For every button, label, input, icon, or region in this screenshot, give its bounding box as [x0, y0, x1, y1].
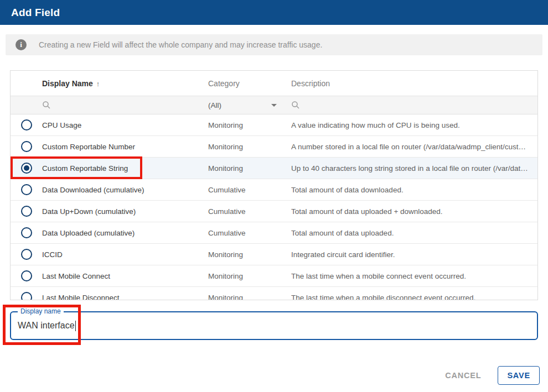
info-icon: i [15, 39, 27, 50]
table-filter-row: (All) [11, 96, 537, 114]
search-icon [291, 101, 300, 109]
field-description: Up to 40 characters long string stored i… [291, 164, 537, 173]
field-category: Monitoring [208, 121, 291, 129]
radio-button[interactable] [21, 270, 32, 281]
field-category: Cumulative [208, 229, 291, 237]
dialog-title: Add Field [11, 7, 60, 19]
info-banner-text: Creating a new Field will affect the who… [39, 40, 322, 49]
field-name: Data Uploaded (cumulative) [42, 229, 208, 237]
field-name: ICCID [42, 250, 208, 259]
field-description: A value indicating how much of CPU is be… [291, 121, 537, 129]
display-name-field[interactable]: Display name WAN interface [10, 311, 538, 340]
radio-button[interactable] [21, 227, 32, 238]
chevron-down-icon [271, 104, 277, 107]
radio-button[interactable] [21, 163, 32, 174]
display-name-input[interactable]: WAN interface [18, 312, 76, 339]
info-banner: i Creating a new Field will affect the w… [6, 34, 542, 55]
field-category: Monitoring [208, 272, 291, 280]
category-filter-select[interactable]: (All) [208, 101, 291, 109]
name-filter-input[interactable] [42, 101, 208, 109]
field-category: Cumulative [208, 186, 291, 194]
field-category: Monitoring [208, 164, 291, 173]
add-field-dialog: Add Field i Creating a new Field will af… [0, 0, 548, 392]
fields-table: Display Name↑ Category Description (All) [10, 70, 538, 300]
text-cursor [75, 321, 76, 331]
radio-button[interactable] [21, 249, 32, 260]
column-header-display-name[interactable]: Display Name↑ [42, 79, 208, 88]
radio-button[interactable] [21, 141, 32, 152]
field-name: Custom Reportable String [42, 164, 208, 173]
table-row[interactable]: Data Up+Down (cumulative) Cumulative Tot… [11, 201, 537, 222]
column-header-description[interactable]: Description [291, 79, 537, 88]
field-description: A number stored in a local file on route… [291, 143, 537, 151]
table-row[interactable]: Last Mobile Disconnect Monitoring The la… [11, 287, 537, 300]
table-row[interactable]: Last Mobile Connect Monitoring The last … [11, 265, 537, 287]
field-category: Monitoring [208, 143, 291, 151]
field-name: Last Mobile Connect [42, 272, 208, 280]
radio-button[interactable] [21, 292, 32, 300]
field-name: Custom Reportable Number [42, 143, 208, 151]
field-category: Monitoring [208, 294, 291, 301]
field-category: Cumulative [208, 207, 291, 216]
table-row[interactable]: ICCID Monitoring Integrated circuit card… [11, 244, 537, 265]
field-name: Data Downloaded (cumulative) [42, 186, 208, 194]
table-row[interactable]: Data Uploaded (cumulative) Cumulative To… [11, 222, 537, 244]
field-name: Last Mobile Disconnect [42, 294, 208, 301]
field-category: Monitoring [208, 250, 291, 259]
column-header-category[interactable]: Category [208, 79, 291, 88]
table-row[interactable]: CPU Usage Monitoring A value indicating … [11, 114, 537, 136]
description-filter-input[interactable] [291, 101, 537, 109]
field-description: The last time when a mobile connect even… [291, 272, 537, 280]
category-filter-value: (All) [208, 101, 221, 109]
radio-button[interactable] [21, 206, 32, 217]
sort-ascending-icon: ↑ [96, 80, 100, 88]
table-row[interactable]: Custom Reportable Number Monitoring A nu… [11, 136, 537, 158]
dialog-titlebar: Add Field [0, 0, 548, 25]
field-name: CPU Usage [42, 121, 208, 129]
table-row-selected[interactable]: Custom Reportable String Monitoring Up t… [11, 158, 537, 179]
field-name: Data Up+Down (cumulative) [42, 207, 208, 216]
table-row[interactable]: Data Downloaded (cumulative) Cumulative … [11, 179, 537, 201]
field-description: Total amount of data uploaded. [291, 229, 537, 237]
save-button[interactable]: SAVE [498, 366, 540, 385]
field-description: Total amount of data downloaded. [291, 186, 537, 194]
field-description: The last time when a mobile disconnect e… [291, 294, 537, 301]
field-description: Integrated circuit card identifier. [291, 250, 537, 259]
table-header-row: Display Name↑ Category Description [11, 71, 537, 96]
dialog-actions: CANCEL SAVE [442, 366, 540, 385]
field-description: Total amount of data uploaded + download… [291, 207, 537, 216]
cancel-button[interactable]: CANCEL [442, 367, 484, 384]
radio-button[interactable] [21, 119, 32, 130]
search-icon [42, 101, 51, 109]
radio-button[interactable] [21, 184, 32, 195]
